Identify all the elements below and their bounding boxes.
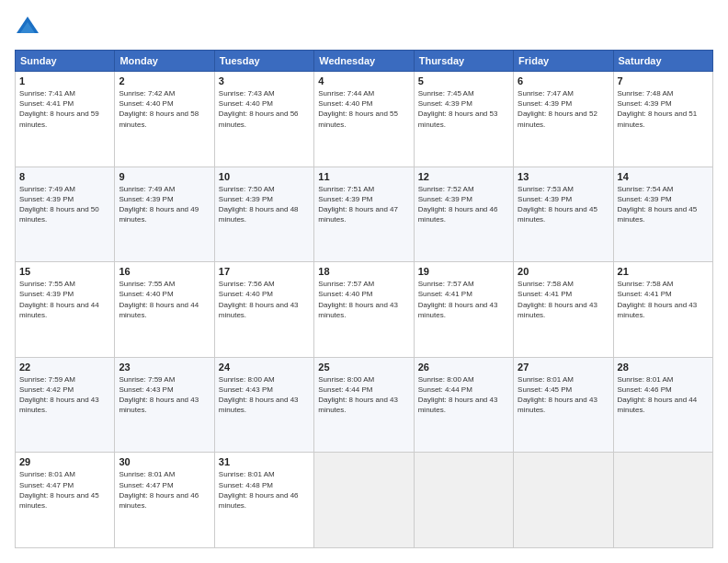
day-info: Sunrise: 7:54 AMSunset: 4:39 PMDaylight:… xyxy=(618,185,698,224)
day-number: 21 xyxy=(618,266,709,277)
day-number: 1 xyxy=(19,75,110,86)
calendar-day-16: 16 Sunrise: 7:55 AMSunset: 4:40 PMDaylig… xyxy=(115,262,214,358)
calendar-day-20: 20 Sunrise: 7:58 AMSunset: 4:41 PMDaylig… xyxy=(514,262,613,358)
day-number: 12 xyxy=(418,171,509,182)
calendar-day-12: 12 Sunrise: 7:52 AMSunset: 4:39 PMDaylig… xyxy=(414,167,513,262)
day-number: 4 xyxy=(318,75,409,86)
day-info: Sunrise: 7:56 AMSunset: 4:40 PMDaylight:… xyxy=(219,280,299,319)
calendar-header-wednesday: Wednesday xyxy=(314,51,414,72)
day-info: Sunrise: 8:00 AMSunset: 4:44 PMDaylight:… xyxy=(318,375,398,415)
calendar-day-27: 27 Sunrise: 8:01 AMSunset: 4:45 PMDaylig… xyxy=(514,357,613,453)
day-info: Sunrise: 7:41 AMSunset: 4:41 PMDaylight:… xyxy=(19,89,99,129)
calendar-header-row: SundayMondayTuesdayWednesdayThursdayFrid… xyxy=(16,51,713,72)
calendar-header-monday: Monday xyxy=(115,51,214,72)
day-info: Sunrise: 7:55 AMSunset: 4:39 PMDaylight:… xyxy=(19,280,99,319)
day-number: 5 xyxy=(418,75,509,86)
calendar-week-5: 29 Sunrise: 8:01 AMSunset: 4:47 PMDaylig… xyxy=(16,453,713,548)
day-number: 18 xyxy=(318,266,409,277)
day-number: 11 xyxy=(318,171,409,182)
day-number: 14 xyxy=(618,171,709,182)
calendar-day-1: 1 Sunrise: 7:41 AMSunset: 4:41 PMDayligh… xyxy=(16,72,115,167)
day-number: 28 xyxy=(618,362,709,373)
calendar-week-3: 15 Sunrise: 7:55 AMSunset: 4:39 PMDaylig… xyxy=(16,262,713,358)
day-number: 2 xyxy=(119,75,210,86)
day-number: 10 xyxy=(219,171,310,182)
empty-cell xyxy=(314,453,414,548)
day-number: 22 xyxy=(19,362,110,373)
empty-cell xyxy=(514,453,613,548)
day-info: Sunrise: 7:50 AMSunset: 4:39 PMDaylight:… xyxy=(219,185,299,224)
calendar-day-10: 10 Sunrise: 7:50 AMSunset: 4:39 PMDaylig… xyxy=(214,167,313,262)
day-info: Sunrise: 7:49 AMSunset: 4:39 PMDaylight:… xyxy=(119,185,199,224)
day-info: Sunrise: 7:44 AMSunset: 4:40 PMDaylight:… xyxy=(318,89,398,129)
day-number: 20 xyxy=(518,266,609,277)
calendar-table: SundayMondayTuesdayWednesdayThursdayFrid… xyxy=(15,50,713,548)
day-info: Sunrise: 8:01 AMSunset: 4:45 PMDaylight:… xyxy=(518,375,597,415)
calendar-day-23: 23 Sunrise: 7:59 AMSunset: 4:43 PMDaylig… xyxy=(115,357,214,453)
day-info: Sunrise: 7:59 AMSunset: 4:43 PMDaylight:… xyxy=(119,375,199,415)
day-info: Sunrise: 7:59 AMSunset: 4:42 PMDaylight:… xyxy=(19,375,99,415)
calendar-day-5: 5 Sunrise: 7:45 AMSunset: 4:39 PMDayligh… xyxy=(414,72,513,167)
calendar-day-9: 9 Sunrise: 7:49 AMSunset: 4:39 PMDayligh… xyxy=(115,167,214,262)
calendar-week-4: 22 Sunrise: 7:59 AMSunset: 4:42 PMDaylig… xyxy=(16,357,713,453)
day-info: Sunrise: 7:47 AMSunset: 4:39 PMDaylight:… xyxy=(518,89,597,129)
empty-cell xyxy=(613,453,712,548)
day-info: Sunrise: 8:01 AMSunset: 4:48 PMDaylight:… xyxy=(219,470,299,510)
calendar-day-8: 8 Sunrise: 7:49 AMSunset: 4:39 PMDayligh… xyxy=(16,167,115,262)
calendar-day-29: 29 Sunrise: 8:01 AMSunset: 4:47 PMDaylig… xyxy=(16,453,115,548)
day-info: Sunrise: 7:45 AMSunset: 4:39 PMDaylight:… xyxy=(418,89,498,129)
calendar-header-tuesday: Tuesday xyxy=(214,51,313,72)
day-number: 7 xyxy=(618,75,709,86)
calendar-day-25: 25 Sunrise: 8:00 AMSunset: 4:44 PMDaylig… xyxy=(314,357,414,453)
day-info: Sunrise: 7:55 AMSunset: 4:40 PMDaylight:… xyxy=(119,280,199,319)
day-number: 16 xyxy=(119,266,210,277)
day-number: 9 xyxy=(119,171,210,182)
day-info: Sunrise: 7:57 AMSunset: 4:40 PMDaylight:… xyxy=(318,280,398,319)
day-number: 23 xyxy=(119,362,210,373)
day-info: Sunrise: 8:00 AMSunset: 4:44 PMDaylight:… xyxy=(418,375,498,415)
day-number: 24 xyxy=(219,362,310,373)
calendar-day-19: 19 Sunrise: 7:57 AMSunset: 4:41 PMDaylig… xyxy=(414,262,513,358)
day-number: 3 xyxy=(219,75,310,86)
calendar-day-21: 21 Sunrise: 7:58 AMSunset: 4:41 PMDaylig… xyxy=(613,262,712,358)
calendar-header-friday: Friday xyxy=(514,51,613,72)
day-number: 19 xyxy=(418,266,509,277)
day-number: 13 xyxy=(518,171,609,182)
calendar-day-14: 14 Sunrise: 7:54 AMSunset: 4:39 PMDaylig… xyxy=(613,167,712,262)
day-info: Sunrise: 7:43 AMSunset: 4:40 PMDaylight:… xyxy=(219,89,299,129)
header xyxy=(15,15,713,40)
calendar-day-26: 26 Sunrise: 8:00 AMSunset: 4:44 PMDaylig… xyxy=(414,357,513,453)
day-info: Sunrise: 8:00 AMSunset: 4:43 PMDaylight:… xyxy=(219,375,299,415)
calendar-day-17: 17 Sunrise: 7:56 AMSunset: 4:40 PMDaylig… xyxy=(214,262,313,358)
day-info: Sunrise: 7:52 AMSunset: 4:39 PMDaylight:… xyxy=(418,185,498,224)
day-info: Sunrise: 7:58 AMSunset: 4:41 PMDaylight:… xyxy=(518,280,597,319)
day-number: 26 xyxy=(418,362,509,373)
day-info: Sunrise: 7:42 AMSunset: 4:40 PMDaylight:… xyxy=(119,89,199,129)
day-number: 17 xyxy=(219,266,310,277)
calendar-header-thursday: Thursday xyxy=(414,51,513,72)
day-info: Sunrise: 7:48 AMSunset: 4:39 PMDaylight:… xyxy=(618,89,698,129)
day-info: Sunrise: 8:01 AMSunset: 4:46 PMDaylight:… xyxy=(618,375,698,415)
day-number: 30 xyxy=(119,456,210,467)
calendar-day-6: 6 Sunrise: 7:47 AMSunset: 4:39 PMDayligh… xyxy=(514,72,613,167)
calendar-day-18: 18 Sunrise: 7:57 AMSunset: 4:40 PMDaylig… xyxy=(314,262,414,358)
calendar-day-15: 15 Sunrise: 7:55 AMSunset: 4:39 PMDaylig… xyxy=(16,262,115,358)
calendar-day-22: 22 Sunrise: 7:59 AMSunset: 4:42 PMDaylig… xyxy=(16,357,115,453)
day-number: 25 xyxy=(318,362,409,373)
calendar-day-13: 13 Sunrise: 7:53 AMSunset: 4:39 PMDaylig… xyxy=(514,167,613,262)
day-number: 15 xyxy=(19,266,110,277)
calendar-header-sunday: Sunday xyxy=(16,51,115,72)
calendar-day-7: 7 Sunrise: 7:48 AMSunset: 4:39 PMDayligh… xyxy=(613,72,712,167)
empty-cell xyxy=(414,453,513,548)
day-info: Sunrise: 8:01 AMSunset: 4:47 PMDaylight:… xyxy=(119,470,199,510)
day-info: Sunrise: 7:58 AMSunset: 4:41 PMDaylight:… xyxy=(618,280,698,319)
calendar-day-28: 28 Sunrise: 8:01 AMSunset: 4:46 PMDaylig… xyxy=(613,357,712,453)
calendar-day-30: 30 Sunrise: 8:01 AMSunset: 4:47 PMDaylig… xyxy=(115,453,214,548)
day-info: Sunrise: 7:49 AMSunset: 4:39 PMDaylight:… xyxy=(19,185,99,224)
logo-icon xyxy=(15,15,40,40)
calendar-day-31: 31 Sunrise: 8:01 AMSunset: 4:48 PMDaylig… xyxy=(214,453,313,548)
calendar-day-2: 2 Sunrise: 7:42 AMSunset: 4:40 PMDayligh… xyxy=(115,72,214,167)
calendar-day-4: 4 Sunrise: 7:44 AMSunset: 4:40 PMDayligh… xyxy=(314,72,414,167)
day-number: 8 xyxy=(19,171,110,182)
day-number: 31 xyxy=(219,456,310,467)
